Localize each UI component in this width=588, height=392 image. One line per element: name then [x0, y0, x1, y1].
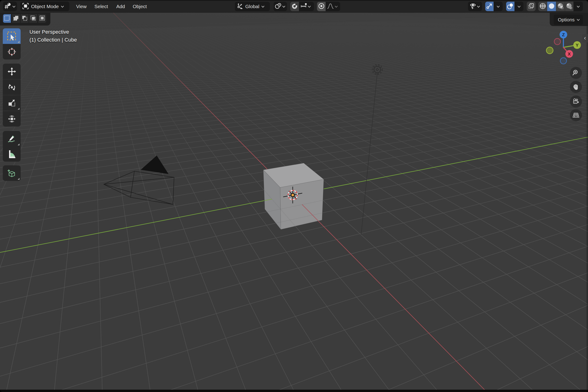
svg-text:Y: Y [576, 43, 579, 48]
svg-text:X: X [568, 52, 571, 56]
svg-text:Z: Z [562, 32, 565, 37]
